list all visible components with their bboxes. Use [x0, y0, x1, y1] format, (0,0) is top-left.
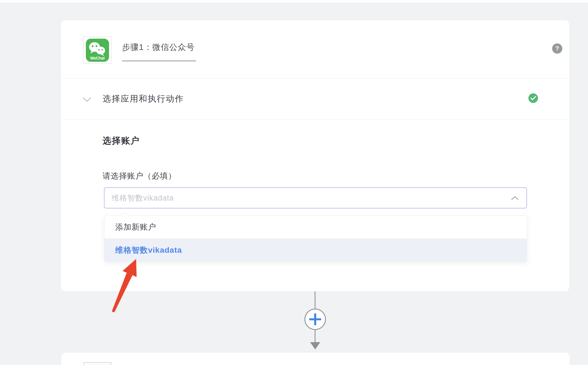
automation-editor-canvas: WeChat 步骤1：微信公众号 ? 选择应用和执行动作 选择账户 请选择账户（… — [0, 0, 588, 365]
svg-text:WeChat: WeChat — [90, 56, 105, 60]
question-mark-icon: ? — [555, 45, 559, 52]
step-card: WeChat 步骤1：微信公众号 ? 选择应用和执行动作 选择账户 请选择账户（… — [61, 20, 569, 291]
dropdown-item-vikadata-account[interactable]: 维格智数vikadata — [104, 239, 527, 261]
account-heading: 选择账户 — [103, 135, 140, 147]
add-step-button[interactable] — [304, 309, 326, 330]
annotation-arrow-icon — [107, 253, 147, 315]
status-complete-badge — [528, 93, 538, 103]
next-step-icon-placeholder — [83, 362, 112, 365]
chevron-up-icon — [511, 196, 519, 200]
step-title-underline — [122, 61, 196, 61]
account-select[interactable]: 维格智数vikadata — [104, 187, 527, 208]
next-step-card — [61, 353, 570, 365]
connector-line — [315, 291, 315, 309]
check-icon — [530, 96, 536, 100]
chevron-down-icon[interactable] — [82, 97, 92, 102]
help-button[interactable]: ? — [552, 43, 562, 54]
app-icon-button[interactable]: WeChat — [83, 36, 112, 64]
header-divider — [61, 78, 569, 78]
account-field-label: 请选择账户（必填） — [103, 171, 176, 181]
connector-arrowhead-icon — [310, 342, 320, 349]
step-title[interactable]: 步骤1：微信公众号 — [122, 42, 195, 53]
account-select-placeholder: 维格智数vikadata — [104, 193, 174, 203]
section-header-label[interactable]: 选择应用和执行动作 — [103, 93, 184, 105]
dropdown-item-add-account[interactable]: 添加新账户 — [104, 216, 527, 238]
wechat-icon: WeChat — [86, 39, 109, 62]
top-strip — [0, 0, 588, 3]
section-divider — [61, 119, 569, 120]
connector-line — [315, 330, 315, 342]
account-dropdown: 添加新账户 维格智数vikadata — [104, 215, 527, 261]
plus-icon — [308, 313, 322, 326]
